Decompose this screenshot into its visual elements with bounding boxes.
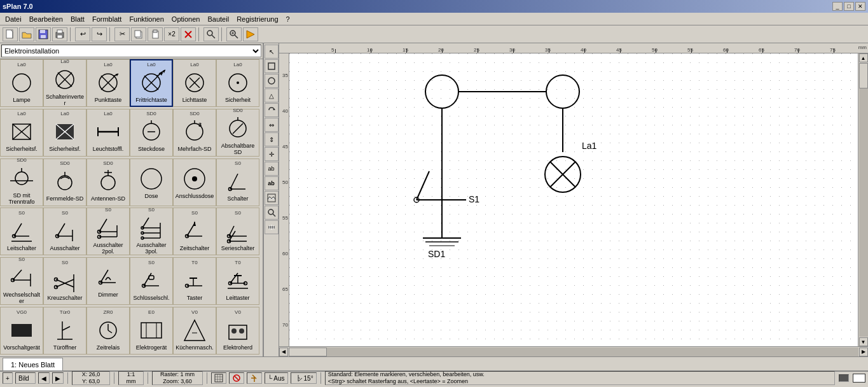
hscroll-left[interactable]: ◀ [279,348,288,356]
grid-toggle[interactable] [211,372,226,384]
vscroll-down[interactable]: ▼ [859,337,868,346]
tool-rect[interactable] [265,59,279,73]
comp-abschaltbar[interactable]: SD0 Abschaltbare SD [216,109,259,157]
zoomin-button[interactable] [226,27,242,41]
status-add-button[interactable]: + [3,372,13,384]
tool-zoom[interactable] [265,206,279,220]
comp-ausschalter[interactable]: S0 Ausschalter [43,208,86,255]
copy-button[interactable] [131,27,146,41]
hscrollbar[interactable]: ◀ ▶ [279,346,868,356]
comp-zeitrelais[interactable]: ZR0 Zeitrelais [86,307,130,355]
comp-elektroherd[interactable]: V0 Elektroherd [216,307,259,355]
new-button[interactable] [3,27,18,41]
comp-leittaster[interactable]: T0 Leittaster [216,257,259,305]
comp-zeitschalter[interactable]: S0 Zeitschalter [173,208,216,255]
svg-rect-6 [57,35,62,38]
hscroll-right[interactable]: ▶ [859,348,868,356]
comp-anschluss[interactable]: Anschlussdose [173,158,216,206]
tool-text[interactable]: ab [265,162,279,176]
tool-flip-h[interactable]: ⇔ [265,118,279,132]
tool-select[interactable]: ↖ [265,45,279,59]
snap-toggle[interactable] [229,372,244,384]
search-button[interactable] [203,27,219,41]
close-button[interactable]: ✕ [855,2,865,11]
comp-antennen[interactable]: SD0 Antennen-SD [86,158,130,206]
comp-serie[interactable]: S0 Serieschalter [216,208,259,255]
comp-ausschalter3[interactable]: S0 Ausschalter 3pol. [130,208,173,255]
tabs-bar: 1: Neues Blatt [0,356,868,370]
status-nav-field[interactable]: Bild [15,372,36,384]
menu-funktionen[interactable]: Funktionen [125,14,167,24]
svg-line-94 [187,223,195,236]
redo-button[interactable]: ↪ [92,27,107,41]
paste-button[interactable] [148,27,163,41]
comp-sdmittren[interactable]: SD0 SD mit Trenntrafo [0,158,43,206]
comp-sicherheit2[interactable]: La0 Sicherheitsf. [0,109,43,157]
paste2-button[interactable]: ×2 [164,27,179,41]
comp-lichttaste[interactable]: La0 Lichttaste [173,59,216,107]
menu-blatt[interactable]: Blatt [67,14,88,24]
category-select[interactable]: Elektroinstallation [1,45,261,57]
vscrollbar[interactable]: ▲ ▼ [858,53,868,346]
comp-schalter2[interactable]: S0 Schalter [216,158,259,206]
svg-rect-10 [153,30,157,32]
tool-image[interactable] [265,191,279,205]
tool-circle[interactable] [265,74,279,88]
svg-line-179 [235,376,238,380]
menu-bearbeiten[interactable]: Bearbeiten [25,14,67,24]
menu-help[interactable]: ? [282,14,294,24]
diagram-svg: La1 S1 [289,53,858,346]
tool-rotate[interactable] [265,103,279,117]
comp-elektrogerät[interactable]: E0 Elektrogerät [130,307,173,355]
comp-kreuz[interactable]: S0 Kreuzschalter [43,257,86,305]
hscroll-thumb[interactable] [289,348,327,356]
comp-vorschalt[interactable]: VG0 Vorschaltgerät [0,307,43,355]
pin-toggle[interactable] [247,372,262,384]
tool-triangle[interactable]: △ [265,88,279,102]
tool-flip-v[interactable]: ⇕ [265,132,279,146]
tool-move[interactable]: ✛ [265,147,279,161]
comp-frittrichtaste[interactable]: La0 Frittrichtaste [130,59,173,107]
comp-schalterinverter[interactable]: La0 Schalterinverter [43,59,86,107]
sep-status5 [320,372,321,384]
comp-schlüssel[interactable]: S0 Schlüsselschl. [130,257,173,305]
maximize-button[interactable]: □ [844,2,854,11]
drawing-canvas[interactable]: La1 S1 [289,53,858,346]
comp-küchenmasch[interactable]: V0 Küchenmasch. [173,307,216,355]
status-next[interactable]: ▶ [52,372,64,384]
comp-ausschalter2[interactable]: S0 Ausschalter 2pol. [86,208,130,255]
print-button[interactable] [52,27,67,41]
comp-dimmer[interactable]: Dimmer [86,257,130,305]
comp-sicherheit[interactable]: La0 Sicherheit [216,59,259,107]
menu-datei[interactable]: Datei [1,14,25,24]
comp-wechsel[interactable]: S0 Wechselschalter [0,257,43,305]
comp-tueröffner[interactable]: Tür0 Türöffner [43,307,86,355]
flag-button[interactable] [243,27,258,41]
comp-steckdose[interactable]: SD0 Steckdose [130,109,173,157]
comp-lampe[interactable]: La0 Lampe [0,59,43,107]
cut-button[interactable]: ✂ [114,27,130,41]
comp-fernmelde[interactable]: SD0 Fernmelde-SD [43,158,86,206]
save-button[interactable] [36,27,51,41]
comp-dose[interactable]: Dose [130,158,173,206]
menu-bauteil[interactable]: Bauteil [203,14,233,24]
tab-sheet1[interactable]: 1: Neues Blatt [3,358,63,370]
menu-optionen[interactable]: Optionen [168,14,204,24]
comp-taster[interactable]: T0 Taster [173,257,216,305]
vscroll-thumb[interactable] [859,63,868,88]
undo-button[interactable]: ↩ [75,27,90,41]
comp-sicherheit3[interactable]: La0 Sicherheitsf. [43,109,86,157]
open-button[interactable] [19,27,34,41]
comp-mehrfach[interactable]: SD0 3 Mehrfach-SD [173,109,216,157]
status-prev[interactable]: ◀ [38,372,50,384]
vscroll-up[interactable]: ▲ [859,53,868,62]
menu-registrierung[interactable]: Registrierung [233,14,282,24]
comp-leuchtstoff[interactable]: La0 Leuchtstoffl. [86,109,130,157]
delete-button[interactable] [181,27,196,41]
comp-punkttaste[interactable]: La0 Punkttaste [86,59,130,107]
tool-measure[interactable] [265,220,279,234]
tool-text2[interactable]: ab [265,176,279,190]
comp-leitschalter[interactable]: S0 Leitschalter [0,208,43,255]
minimize-button[interactable]: _ [832,2,843,11]
menu-formblatt[interactable]: Formblatt [88,14,125,24]
